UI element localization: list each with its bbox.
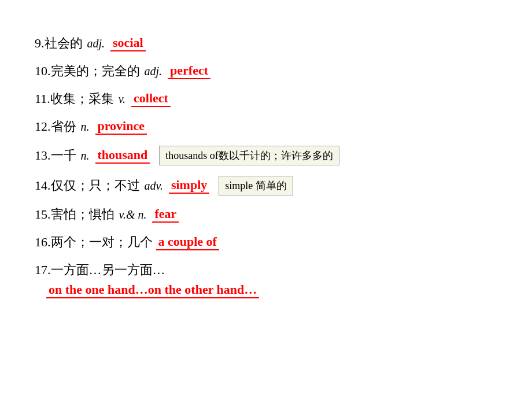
line-14-answer: simply xyxy=(169,178,209,194)
line-16-row: 16.两个；一对；几个a couple of xyxy=(35,234,220,251)
line-14-tooltip: simple 简单的 xyxy=(219,176,293,195)
line-13-answer: thousand xyxy=(95,147,150,164)
line-10-pos: adj. xyxy=(145,65,162,78)
line-12: 12.省份n.province xyxy=(35,118,497,135)
line-17-answer: on the one hand…on the other hand… xyxy=(46,282,259,298)
line-16: 16.两个；一对；几个a couple of xyxy=(35,234,497,251)
line-11-chinese: 11.收集；采集 xyxy=(35,90,114,108)
line-10: 10.完美的；完全的adj.perfect xyxy=(35,62,497,80)
line-10-answer: perfect xyxy=(168,63,210,79)
line-17-chinese: 17.一方面…另一方面… xyxy=(35,261,165,279)
line-12-chinese: 12.省份 xyxy=(35,118,76,135)
line-17: 17.一方面…另一方面… on the one hand…on the othe… xyxy=(35,261,497,298)
line-12-answer: province xyxy=(95,119,147,135)
line-11-answer: collect xyxy=(131,91,171,107)
line-15-chinese: 15.害怕；惧怕 xyxy=(35,206,114,223)
line-16-chinese: 16.两个；一对；几个 xyxy=(35,234,153,251)
line-9-row: 9.社会的adj.social xyxy=(35,35,147,52)
line-14-pos: adv. xyxy=(145,179,163,193)
line-11: 11.收集；采集v.collect xyxy=(35,90,497,108)
line-13-pos: n. xyxy=(81,149,90,162)
line-13: 13.一千n.thousandthousands of数以千计的；许许多多的 xyxy=(35,146,497,165)
line-14-chinese: 14.仅仅；只；不过 xyxy=(35,177,140,194)
line-12-pos: n. xyxy=(81,120,90,134)
line-10-row: 10.完美的；完全的adj.perfect xyxy=(35,62,212,80)
line-14-row: 14.仅仅；只；不过adv.simplysimple 简单的 xyxy=(35,176,293,195)
line-16-answer: a couple of xyxy=(156,234,219,250)
line-9-chinese: 9.社会的 xyxy=(35,35,83,52)
line-17-top: 17.一方面…另一方面… xyxy=(35,261,165,279)
line-12-row: 12.省份n.province xyxy=(35,118,148,135)
line-13-chinese: 13.一千 xyxy=(35,147,76,164)
line-15-answer: fear xyxy=(152,206,179,223)
line-14: 14.仅仅；只；不过adv.simplysimple 简单的 xyxy=(35,176,497,195)
line-9: 9.社会的adj.social xyxy=(35,35,497,52)
line-9-answer: social xyxy=(110,35,146,51)
line-15-pos: v.& n. xyxy=(119,208,147,221)
line-11-row: 11.收集；采集v.collect xyxy=(35,90,172,108)
line-13-tooltip: thousands of数以千计的；许许多多的 xyxy=(159,146,339,165)
line-13-row: 13.一千n.thousandthousands of数以千计的；许许多多的 xyxy=(35,146,339,165)
line-15: 15.害怕；惧怕v.& n.fear xyxy=(35,206,497,223)
line-17-bottom: on the one hand…on the other hand… xyxy=(46,282,259,298)
line-9-pos: adj. xyxy=(87,37,105,50)
line-10-chinese: 10.完美的；完全的 xyxy=(35,62,140,80)
main-content: 9.社会的adj.social10.完美的；完全的adj.perfect11.收… xyxy=(0,0,532,332)
line-15-row: 15.害怕；惧怕v.& n.fear xyxy=(35,206,180,223)
line-11-pos: v. xyxy=(119,93,125,106)
